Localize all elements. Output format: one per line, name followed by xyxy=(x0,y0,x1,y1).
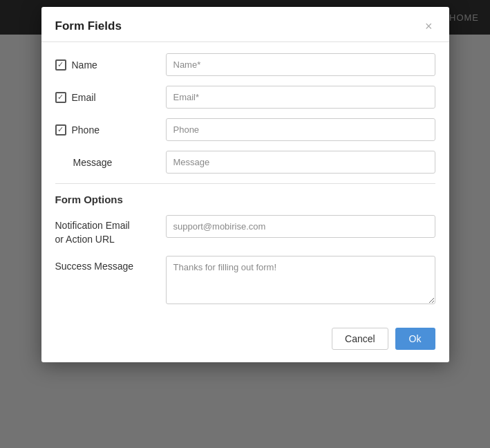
field-input-email[interactable] xyxy=(166,86,435,109)
modal-header: Form Fields × xyxy=(41,7,449,42)
field-label-message: Message xyxy=(55,157,166,168)
modal-title: Form Fields xyxy=(55,19,122,33)
checkbox-name[interactable] xyxy=(55,59,66,71)
field-label-text-name: Name xyxy=(72,59,97,71)
checkbox-email[interactable] xyxy=(55,92,66,103)
option-label-email: Notification Emailor Action URL xyxy=(55,215,166,246)
field-input-message[interactable] xyxy=(166,151,435,174)
field-label-phone: Phone xyxy=(55,124,166,136)
field-row-message: Message xyxy=(55,151,435,174)
option-label-success: Success Message xyxy=(55,256,166,274)
field-label-text-message: Message xyxy=(73,157,113,168)
checkbox-phone[interactable] xyxy=(55,124,66,136)
close-button[interactable]: × xyxy=(422,20,435,32)
field-label-email: Email xyxy=(55,92,166,103)
cancel-button[interactable]: Cancel xyxy=(332,328,388,350)
modal-wrapper: Form Fields × Name Email xyxy=(41,7,449,362)
field-row-name: Name xyxy=(55,53,435,76)
ok-button[interactable]: Ok xyxy=(395,328,435,350)
modal-footer: Cancel Ok xyxy=(41,321,449,362)
option-row-email: Notification Emailor Action URL xyxy=(55,215,435,246)
field-row-email: Email xyxy=(55,86,435,109)
options-section-title: Form Options xyxy=(55,194,435,205)
field-label-name: Name xyxy=(55,59,166,71)
field-label-text-phone: Phone xyxy=(72,124,100,136)
field-input-phone[interactable] xyxy=(166,118,435,141)
field-input-name[interactable] xyxy=(166,53,435,76)
section-divider xyxy=(55,183,435,184)
option-row-success: Success Message Thanks for filling out f… xyxy=(55,256,435,304)
field-label-text-email: Email xyxy=(72,92,96,103)
option-input-notification-email[interactable] xyxy=(166,215,435,238)
field-row-phone: Phone xyxy=(55,118,435,141)
option-textarea-success[interactable]: Thanks for filling out form! xyxy=(166,256,435,304)
modal-body: Name Email Phone xyxy=(41,42,449,321)
modal: Form Fields × Name Email xyxy=(41,7,449,362)
